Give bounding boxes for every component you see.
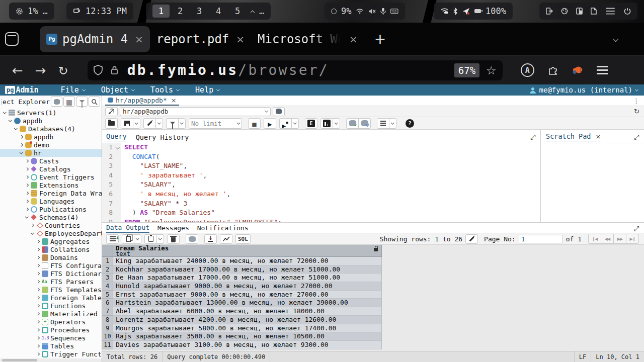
tree-item[interactable]: Domains (0, 253, 102, 261)
table-row[interactable]: 3 De Haan зарабатывает 17000.00 в месяц,… (102, 274, 644, 282)
workspace-button[interactable]: 2 (172, 5, 189, 18)
code-line[interactable]: 1 SELECT (102, 143, 540, 152)
tree-item[interactable]: Languages (0, 197, 102, 205)
tree-chevron-icon[interactable] (13, 128, 19, 130)
fold-icon[interactable] (114, 208, 121, 218)
zoom-badge[interactable]: 67% (454, 63, 479, 77)
tree-item[interactable]: appdb (0, 117, 102, 125)
profile-icon[interactable]: A (521, 63, 534, 77)
tree-chevron-icon[interactable] (30, 232, 35, 235)
tab-query[interactable]: Query (106, 132, 127, 141)
code-line[interactable]: 2 CONCAT( (102, 152, 540, 162)
tree-chevron-icon[interactable] (35, 240, 41, 243)
search-button[interactable] (89, 97, 100, 107)
code-line[interactable]: 6 ' в месяц, но желает ', (102, 190, 540, 199)
tree-chevron-icon[interactable] (35, 313, 41, 315)
expand-panel-icon[interactable] (530, 133, 536, 139)
grid-view-button[interactable] (63, 97, 75, 107)
row-number[interactable]: 9 (102, 324, 113, 333)
table-row[interactable]: 9 Mourgos зарабатывает 5800.00 в месяц, … (102, 324, 644, 333)
table-row[interactable]: 2 Kochhar зарабатывает 17000.00 в месяц,… (102, 265, 644, 274)
tab-query-history[interactable]: Query History (136, 133, 189, 141)
tree-chevron-icon[interactable] (24, 200, 30, 203)
row-value[interactable]: Ernst зарабатывает 9000.00 в месяц, но ж… (113, 291, 382, 299)
row-number[interactable]: 4 (102, 282, 113, 291)
workspace-button[interactable]: 4 (210, 5, 227, 18)
palette-icon[interactable] (561, 8, 568, 15)
sql-editor[interactable]: 1 SELECT 2 CONCAT( 3 "LAST_NAME", 4 ' за… (102, 143, 540, 222)
prev-page-button[interactable] (601, 234, 614, 244)
cancel-query-button[interactable] (248, 118, 261, 129)
graph-visualiser-button[interactable] (220, 234, 232, 244)
fold-icon[interactable] (114, 171, 121, 180)
row-number[interactable]: 10 (102, 332, 113, 341)
last-page-button[interactable] (626, 234, 639, 244)
tree-item[interactable]: Foreign Data Wrappers (0, 189, 102, 197)
close-tab-icon[interactable] (135, 33, 143, 45)
tree-chevron-icon[interactable] (24, 184, 30, 187)
tree-item[interactable]: Extensions (0, 181, 102, 189)
tree-item[interactable]: Trigger Functions (0, 350, 102, 358)
tree-horizontal-scrollbar[interactable] (0, 358, 102, 362)
edit-button[interactable] (143, 118, 156, 129)
tree-chevron-icon[interactable] (35, 297, 41, 299)
tree-chevron-icon[interactable] (35, 289, 41, 291)
tree-chevron-icon[interactable] (35, 321, 41, 323)
tree-item[interactable]: EmployeesDepartments (0, 229, 102, 237)
logout-icon[interactable] (546, 8, 553, 15)
help-button[interactable] (404, 118, 416, 129)
tree-item[interactable]: Publications (0, 205, 102, 213)
row-number[interactable]: 2 (102, 265, 113, 274)
grid-column-header[interactable]: Dream Salaries text (113, 245, 382, 257)
fold-icon[interactable] (114, 199, 121, 209)
new-tab-button[interactable]: + (374, 31, 386, 47)
tree-chevron-icon[interactable] (35, 273, 41, 275)
fold-icon[interactable] (114, 161, 121, 171)
tree-chevron-icon[interactable] (24, 216, 30, 219)
code-line[interactable]: 8 ) AS "Dream Salaries" (102, 208, 540, 218)
browser-tab[interactable]: report.pdf (150, 26, 251, 52)
url-bar[interactable]: db.fymio.us/browser/ 67% (88, 60, 503, 80)
execute-button[interactable] (264, 118, 276, 129)
connectivity-widget[interactable]: 100% (434, 3, 513, 20)
tab-data-output[interactable]: Data Output (106, 223, 149, 233)
table-row[interactable]: 5 Ernst зарабатывает 9000.00 в месяц, но… (102, 291, 644, 299)
save-file-button[interactable] (121, 118, 133, 129)
row-number[interactable]: 3 (102, 274, 113, 282)
tree-chevron-icon[interactable] (35, 248, 41, 251)
browser-tab[interactable]: Microsoft Wo (251, 26, 364, 52)
tree-chevron-icon[interactable] (35, 256, 41, 259)
show-sql-button[interactable]: SQL (235, 234, 251, 244)
tree-chevron-icon[interactable] (35, 337, 41, 339)
filter-rows-button[interactable] (166, 118, 179, 129)
grid-corner-cell[interactable] (102, 245, 113, 257)
tree-chevron-icon[interactable] (30, 224, 35, 227)
lock-icon[interactable] (111, 65, 118, 75)
tree-item[interactable]: FTS Templates (0, 286, 102, 294)
menubar-item[interactable]: Help (195, 85, 219, 95)
workspace-button[interactable]: 3 (191, 5, 208, 18)
table-row[interactable]: 8 Lorentz зарабатывает 4200.00 в месяц, … (102, 316, 644, 324)
fold-icon[interactable] (114, 190, 121, 199)
rollback-button[interactable] (358, 118, 371, 129)
tree-chevron-icon[interactable] (19, 152, 24, 154)
expand-panel-icon[interactable] (634, 225, 640, 231)
query-tool-tab[interactable]: hr/app@appdb* (105, 96, 179, 106)
close-icon[interactable] (595, 133, 601, 140)
chevron-up-icon[interactable] (251, 11, 255, 15)
connection-status-button[interactable] (105, 107, 118, 116)
tree-item[interactable]: Casts (0, 157, 102, 165)
row-number[interactable]: 5 (102, 291, 113, 299)
row-number[interactable]: 6 (102, 299, 113, 307)
url-text[interactable]: db.fymio.us/browser/ (127, 62, 329, 78)
table-row[interactable]: 1 King зарабатывает 24000.00 в месяц, но… (102, 257, 644, 265)
execute-options-button[interactable] (279, 118, 292, 129)
fold-icon[interactable] (114, 152, 121, 162)
tree-chevron-icon[interactable] (8, 120, 13, 122)
fold-icon[interactable] (114, 180, 121, 190)
menu-icon[interactable] (606, 11, 615, 12)
tree-chevron-icon[interactable] (35, 345, 41, 347)
edit-options-button[interactable] (155, 118, 163, 129)
tree-item[interactable]: Functions (0, 302, 102, 310)
tree-chevron-icon[interactable] (2, 112, 8, 114)
